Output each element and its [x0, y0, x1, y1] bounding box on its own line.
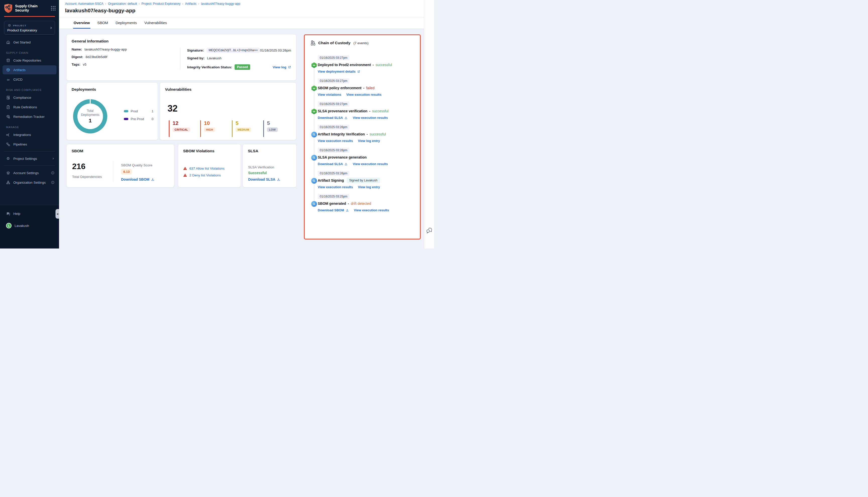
app-title: Supply Chain Security — [15, 4, 51, 13]
sidebar-item-compliance[interactable]: Compliance — [2, 93, 57, 102]
download-slsa-link[interactable]: Download SLSA — [248, 178, 280, 181]
sidebar-item-artifacts[interactable]: Artifacts — [2, 65, 57, 74]
sidebar-section-supply-chain: SUPPLY CHAIN — [6, 51, 59, 54]
breadcrumb-project[interactable]: Project: Product Exploratory — [141, 2, 180, 5]
sidebar-footer: ? Help L Lavakush — [0, 205, 59, 248]
org-chart-gear-icon — [6, 181, 10, 185]
chain-of-custody-icon — [311, 40, 316, 46]
sidebar-item-label: Compliance — [13, 96, 55, 99]
breadcrumb-account[interactable]: Account: Automation-SSCA — [65, 2, 103, 5]
sidebar-item-remediation-tracker[interactable]: Remediation Tracker — [2, 112, 57, 121]
sidebar-item-label: Project Settings — [13, 157, 49, 160]
view-violations-link[interactable]: View violations — [318, 93, 341, 97]
external-link-icon — [357, 70, 360, 73]
card-title: Deployments — [72, 87, 153, 92]
allow-list-violations-row: 637 Allow list Violations — [183, 166, 225, 170]
card-title: SBOM — [72, 149, 169, 153]
tab-overview[interactable]: Overview — [73, 18, 90, 29]
external-link-icon — [288, 66, 291, 69]
separator: - — [363, 86, 364, 90]
view-log-entry-link[interactable]: View log entry — [358, 185, 380, 189]
event-title: SLSA provenance generation — [318, 155, 367, 159]
deployments-card: Deployments Total Deployments 1 Prod 1 P… — [66, 82, 158, 140]
infinity-icon: ∞ — [6, 77, 10, 82]
sidebar-item-rule-definitions[interactable]: Rule Definitions — [2, 102, 57, 112]
project-selector[interactable]: PROJECT Product Exploratory — [4, 21, 55, 35]
divider — [113, 161, 113, 182]
sidebar-item-help[interactable]: ? Help — [2, 209, 57, 218]
sidebar-item-project-settings[interactable]: ⚙ Project Settings — [2, 154, 57, 163]
feedback-chat-icon[interactable] — [426, 227, 433, 233]
sidebar-item-organization-settings[interactable]: Organization Settings — [2, 178, 57, 187]
download-sbom-link[interactable]: Download SBOM — [121, 178, 155, 181]
download-slsa-link[interactable]: Download SLSA — [318, 116, 348, 119]
event-artifact-signing: 01/16/2025 03:26pm Artifact Signing Sign… — [311, 171, 414, 194]
severity-high: 10 HIGH — [200, 120, 215, 137]
compliance-doc-icon — [6, 96, 10, 100]
severity-badge: LOW — [267, 127, 278, 132]
breadcrumb-artifact[interactable]: lavakush07/easy-buggy-app — [201, 2, 240, 5]
event-status: successful — [372, 109, 389, 113]
sidebar-item-get-started[interactable]: Get Started — [2, 38, 57, 47]
view-execution-results-link[interactable]: View execution results — [318, 185, 353, 189]
breadcrumb-artifacts[interactable]: Artifacts — [185, 2, 197, 5]
info-icon[interactable] — [51, 171, 55, 175]
brand-divider — [4, 16, 55, 17]
chevron-right-icon — [49, 26, 53, 30]
breadcrumb: Account: Automation-SSCA › Organization:… — [65, 2, 418, 5]
sidebar-item-pipelines[interactable]: Pipelines — [2, 140, 57, 149]
signature-value[interactable]: MEQCICde2VjIT...bL+2+mqnOXw== — [206, 47, 260, 53]
deny-list-violations-link[interactable]: 2 Deny list Violations — [189, 173, 221, 177]
sidebar-section-risk-compliance: RISK AND COMPLIANCE — [6, 88, 59, 91]
breadcrumb-organization[interactable]: Organization: default — [108, 2, 137, 5]
scan-event-icon — [311, 201, 317, 207]
card-title: General Information — [72, 39, 291, 43]
view-execution-results-link[interactable]: View execution results — [353, 116, 388, 119]
view-execution-results-link[interactable]: View execution results — [353, 162, 388, 166]
download-sbom-link[interactable]: Download SBOM — [318, 208, 349, 212]
event-title: Deployed to Prod2 environment — [318, 63, 371, 67]
event-status: successful — [370, 132, 386, 136]
deployments-legend: Prod 1 Pre Prod 0 — [124, 109, 154, 121]
tab-sbom[interactable]: SBOM — [97, 18, 109, 29]
sidebar-item-label: Get Started — [13, 41, 55, 44]
sidebar-collapse-button[interactable]: ◀ — [56, 209, 59, 218]
page-header: Account: Automation-SSCA › Organization:… — [59, 0, 424, 18]
event-title: SBOM policy enforcement — [318, 86, 361, 90]
view-execution-results-link[interactable]: View execution results — [318, 139, 353, 143]
tab-vulnerabilities[interactable]: Vulnerabilities — [144, 18, 168, 29]
sidebar-item-integrations[interactable]: Integrations — [2, 130, 57, 139]
download-icon — [344, 116, 348, 119]
info-icon[interactable] — [51, 181, 55, 184]
tags-label: Tags: — [72, 62, 81, 66]
view-execution-results-link[interactable]: View execution results — [354, 208, 389, 212]
user-name: Lavakush — [15, 224, 55, 228]
module-grid-icon[interactable] — [51, 6, 56, 11]
event-title: Artifact Integrity Verification — [318, 132, 365, 136]
view-deployment-details-link[interactable]: View deployment details — [318, 70, 360, 73]
card-title: Chain of Custody — [318, 41, 350, 45]
view-log-entry-link[interactable]: View log entry — [358, 139, 380, 143]
sbom-quality-score: 6.13 — [121, 169, 132, 175]
integrations-icon — [6, 133, 10, 137]
download-slsa-link[interactable]: Download SLSA — [318, 162, 348, 166]
sidebar-item-account-settings[interactable]: Account Settings — [2, 168, 57, 178]
project-cube-icon — [7, 23, 12, 28]
event-title: SBOM generated — [318, 201, 346, 205]
view-log-link[interactable]: View log — [273, 65, 291, 69]
allow-list-violations-link[interactable]: 637 Allow list Violations — [189, 167, 225, 170]
sidebar-item-label: Artifacts — [13, 68, 55, 72]
sidebar-item-cicd[interactable]: ∞ CI/CD — [2, 75, 57, 84]
digest-label: Digest: — [72, 55, 83, 59]
tab-bar: Overview SBOM Deployments Vulnerabilitie… — [59, 18, 424, 29]
sidebar-item-label: Help — [13, 212, 55, 216]
severity-critical: 12 CRITICAL — [169, 120, 190, 137]
tab-deployments[interactable]: Deployments — [115, 18, 138, 29]
home-icon — [6, 40, 10, 44]
view-execution-results-link[interactable]: View execution results — [346, 93, 381, 97]
separator: - — [369, 109, 371, 113]
user-menu[interactable]: L Lavakush — [2, 221, 57, 230]
severity-badge: CRITICAL — [173, 127, 190, 132]
sidebar-item-code-repositories[interactable]: Code Repositories — [2, 56, 57, 65]
gear-icon: ⚙ — [6, 157, 10, 161]
